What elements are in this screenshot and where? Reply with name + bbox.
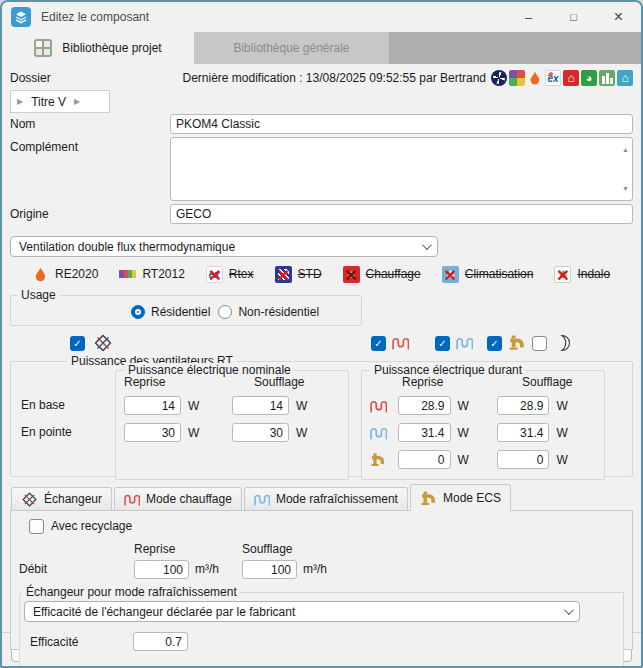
heating-checkbox[interactable]: ✓ [371,336,386,351]
minimize-button[interactable]: – [506,2,551,32]
flame-icon [527,70,543,86]
exchanger-checkbox[interactable]: ✓ [70,336,85,351]
expand-right-icon[interactable]: ▶ [74,97,80,106]
cooling-soufflage-input[interactable]: 31.4 [497,423,549,442]
during-row-cooling: 31.4 W 31.4 W [370,419,596,446]
buildings-icon [599,70,615,86]
cooling-exchanger-legend: Échangeur pour mode rafraîchissement [22,585,241,599]
heating-soufflage-input[interactable]: 28.9 [497,396,549,415]
tab-label: Bibliothèque générale [233,41,349,55]
origine-input[interactable]: GECO [170,204,633,224]
during-power-legend: Puissance électrique durant [370,363,526,377]
teal-house-icon: ⌂ [617,70,633,86]
exchanger-mode-value: Efficacité de l'échangeur déclarée par l… [33,605,295,619]
certifications-row: RE2020 RT2012 ex× Rtex × STD ⌂× Chauffag… [10,262,633,286]
title-bar: Editez le composant – □ × [2,2,641,32]
tab-bibliotheque-generale[interactable]: Bibliothèque générale [194,32,390,64]
cooling-coil-icon [254,493,270,506]
heating-house-crossed-icon: ⌂× [343,266,360,283]
faucet-icon [508,334,526,352]
pleiades-swirl-icon [491,70,507,86]
fan-power-groupbox: Puissance des ventilateurs RT En base En… [10,361,633,477]
pointe-reprise-input[interactable]: 30 [124,423,181,442]
complement-textarea[interactable]: ▲ ▼ [170,137,633,201]
heating-coil-icon [370,399,387,413]
ecs-soufflage-input[interactable]: 0 [497,450,549,469]
efficacite-row: Efficacité 0.7 [24,632,619,651]
component-type-select[interactable]: Ventilation double flux thermodynamique [10,236,438,257]
radio-non-residentiel[interactable]: Non-résidentiel [218,305,319,319]
cooling-checkbox[interactable]: ✓ [435,336,450,351]
close-button[interactable]: × [596,2,641,32]
mode-tabstrip: Échangeur Mode chauffage Mode rafraîchis… [10,484,633,510]
tab-mode-chauffage[interactable]: Mode chauffage [114,487,242,510]
ecs-checkbox[interactable]: ✓ [487,336,502,351]
rtex-ex-crossed-icon: ex× [206,266,223,283]
nominal-power-groupbox: Puissance électrique nominale Reprise So… [115,370,349,480]
col-reprise-label: Reprise [134,542,242,558]
usage-legend: Usage [17,288,60,302]
flame-icon [32,266,49,283]
tab-mode-ecs[interactable]: Mode ECS [410,484,511,511]
nominal-power-legend: Puissance électrique nominale [124,363,295,377]
base-soufflage-input[interactable]: 14 [232,396,289,415]
nominal-row-base: 14 W 14 W [124,392,340,419]
cooling-reprise-input[interactable]: 31.4 [398,423,450,442]
origine-label: Origine [10,204,170,224]
cert-rt2012: RT2012 [119,266,184,283]
ecs-reprise-input[interactable]: 0 [398,450,450,469]
base-reprise-input[interactable]: 14 [124,396,181,415]
col-reprise-label: Reprise [402,375,522,392]
efficacite-input[interactable]: 0.7 [133,632,188,651]
efficacite-label: Efficacité [24,635,133,649]
cooling-coil-icon [456,336,473,350]
tab-bibliotheque-projet[interactable]: Bibliothèque projet [2,32,194,64]
debit-reprise-input[interactable]: 100 [134,560,189,579]
scroll-down-icon[interactable]: ▼ [622,180,629,197]
row-en-base-label: En base [21,393,115,420]
exchanger-mode-select[interactable]: Efficacité de l'échangeur déclarée par l… [24,601,580,622]
cert-chauffage: ⌂× Chauffage [343,266,421,283]
col-soufflage-label: Soufflage [522,375,573,392]
tab-echangeur[interactable]: Échangeur [11,487,112,510]
night-checkbox[interactable] [532,336,547,351]
cooling-exchanger-groupbox: Échangeur pour mode rafraîchissement Eff… [19,592,624,666]
col-soufflage-label: Soufflage [242,542,293,558]
moon-icon [553,334,571,352]
chevron-down-icon [564,605,574,615]
complement-label: Complément [10,137,170,201]
during-row-ecs: 0 W 0 W [370,446,596,473]
heating-coil-icon [392,336,409,350]
nom-label: Nom [10,114,170,134]
debit-soufflage-input[interactable]: 100 [242,560,297,579]
radio-unselected-icon [218,305,232,319]
expand-left-icon[interactable]: ▶ [17,97,23,106]
green-swirl-icon: ◕ [581,70,597,86]
std-crossed-icon: × [275,266,292,283]
nom-input[interactable]: PKOM4 Classic [170,114,633,134]
heating-reprise-input[interactable]: 28.9 [398,396,450,415]
recycle-checkbox[interactable] [29,519,44,534]
radio-residentiel[interactable]: Résidentiel [131,305,210,319]
library-tabstrip: Bibliothèque projet Bibliothèque général… [2,32,641,64]
heating-house-icon: ⌂ [563,70,579,86]
debit-row: Débit 100 m³/h 100 m³/h [19,558,624,580]
maximize-button[interactable]: □ [551,2,596,32]
during-power-groupbox: Puissance électrique durant Reprise Souf… [361,370,605,480]
breadcrumb[interactable]: ▶ Titre V ▶ [10,90,110,113]
window-title: Editez le composant [41,10,149,24]
faucet-icon [370,452,386,468]
usage-groupbox: Usage Résidentiel Non-résidentiel [10,295,362,326]
rtex-ex-icon: ✽ex [545,70,561,86]
cooling-crossed-icon: ∗× [442,266,459,283]
pointe-soufflage-input[interactable]: 30 [232,423,289,442]
indalo-crossed-icon: ∗× [554,266,571,283]
faucet-icon [420,490,437,507]
dossier-label: Dossier [10,71,51,85]
col-reprise-label: Reprise [124,375,254,392]
row-en-pointe-label: En pointe [21,420,115,447]
scroll-up-icon[interactable]: ▲ [622,141,629,158]
tab-mode-rafraichissement[interactable]: Mode rafraîchissement [244,487,408,510]
recycle-label: Avec recyclage [51,519,132,533]
recycle-option[interactable]: Avec recyclage [29,517,624,535]
